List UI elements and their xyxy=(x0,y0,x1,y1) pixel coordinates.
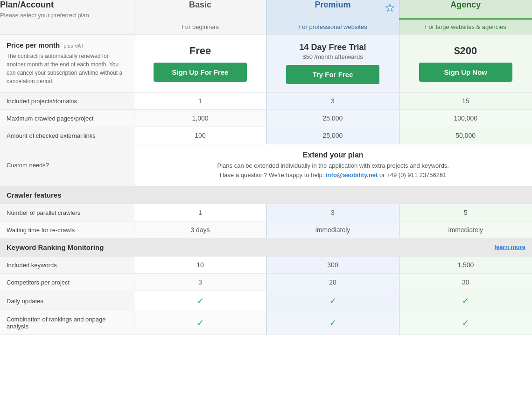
custom-needs-label: Custom needs? xyxy=(0,144,134,186)
table-row: Competitors per project 3 20 30 xyxy=(0,274,532,291)
feature-label: Number of parallel crawlers xyxy=(0,204,134,221)
feature-label: Included projects/domains xyxy=(0,93,134,110)
extend-desc1: Plans can be extended individually in th… xyxy=(139,161,528,171)
premium-price-cell: 14 Day Free Trial $50 /month afterwards … xyxy=(266,35,399,93)
feature-label: Waiting time for re-crawls xyxy=(0,221,134,239)
agency-header: Agency xyxy=(399,0,532,19)
basic-value: 100 xyxy=(134,127,266,144)
basic-price-cell: Free Sign Up For Free xyxy=(134,35,266,93)
agency-value: 100,000 xyxy=(399,110,532,127)
signup-basic-button[interactable]: Sign Up For Free xyxy=(154,63,247,82)
plus-vat: plus VAT xyxy=(63,43,84,49)
agency-checkmark: ✓ xyxy=(399,311,532,335)
feature-label: Combination of rankings and onpage analy… xyxy=(0,311,134,335)
checkmark-icon: ✓ xyxy=(197,318,204,327)
premium-trial-sub: $50 /month afterwards xyxy=(272,53,394,60)
feature-label: Amount of checked external links xyxy=(0,127,134,144)
table-row: Maximum crawled pages/project 1,000 25,0… xyxy=(0,110,532,127)
signup-premium-button[interactable]: Try For Free xyxy=(286,65,379,84)
checkmark-icon: ✓ xyxy=(462,296,469,306)
extend-title: Extend your plan xyxy=(139,151,528,159)
feature-label: Competitors per project xyxy=(0,274,134,291)
table-row: Amount of checked external links 100 25,… xyxy=(0,127,532,144)
plan-account-title: Plan/Account xyxy=(0,0,134,10)
premium-trial-title: 14 Day Free Trial xyxy=(272,43,394,52)
basic-value: 1,000 xyxy=(134,110,266,127)
extend-desc2: Have a question? We're happy to help: in… xyxy=(139,171,528,180)
agency-price: $200 xyxy=(404,45,528,57)
feature-label: Maximum crawled pages/project xyxy=(0,110,134,127)
table-row: Included projects/domains 1 3 15 xyxy=(0,93,532,110)
table-row: Number of parallel crawlers 1 3 5 xyxy=(0,204,532,221)
subheader-feature xyxy=(0,19,134,35)
agency-desc: For large websites & agencies xyxy=(399,19,532,35)
premium-value: 3 xyxy=(266,93,399,110)
premium-value: 20 xyxy=(266,274,399,291)
premium-value: 3 xyxy=(266,204,399,221)
checkmark-icon: ✓ xyxy=(462,318,469,327)
checkmark-icon: ✓ xyxy=(197,296,204,306)
premium-star-badge: ★ xyxy=(385,3,395,13)
agency-value: 5 xyxy=(399,204,532,221)
checkmark-icon: ✓ xyxy=(329,296,336,306)
crawler-section-title: Crawler features xyxy=(0,186,532,204)
premium-value: immediately xyxy=(266,221,399,239)
premium-checkmark: ✓ xyxy=(266,291,399,311)
basic-price: Free xyxy=(139,45,262,57)
keyword-section-title: Keyword Ranking Monitoring learn more xyxy=(0,239,532,256)
extend-email-link[interactable]: info@seobility.net xyxy=(326,171,378,178)
table-row: Included keywords 10 300 1,500 xyxy=(0,256,532,274)
basic-value: 1 xyxy=(134,204,266,221)
feature-header-cell: Plan/Account Please select your preferre… xyxy=(0,0,134,19)
signup-agency-button[interactable]: Sign Up Now xyxy=(419,63,512,82)
price-row: Price per month plus VAT The contract is… xyxy=(0,35,532,93)
table-row: Daily updates ✓ ✓ ✓ xyxy=(0,291,532,311)
premium-value: 25,000 xyxy=(266,110,399,127)
basic-checkmark: ✓ xyxy=(134,311,266,335)
feature-label: Included keywords xyxy=(0,256,134,274)
agency-value: 15 xyxy=(399,93,532,110)
crawler-section-header: Crawler features xyxy=(0,186,532,204)
premium-value: 25,000 xyxy=(266,127,399,144)
premium-header: ★ Premium xyxy=(266,0,399,19)
premium-value: 300 xyxy=(266,256,399,274)
agency-checkmark: ✓ xyxy=(399,291,532,311)
basic-header: Basic xyxy=(134,0,266,19)
agency-value: immediately xyxy=(399,221,532,239)
feature-label: Daily updates xyxy=(0,291,134,311)
basic-value: 3 xyxy=(134,274,266,291)
header-row: Plan/Account Please select your preferre… xyxy=(0,0,532,19)
extend-row: Custom needs? Extend your plan Plans can… xyxy=(0,144,532,186)
premium-desc: For professional websites xyxy=(266,19,399,35)
premium-checkmark: ✓ xyxy=(266,311,399,335)
learn-more-link[interactable]: learn more xyxy=(495,243,525,250)
basic-value: 10 xyxy=(134,256,266,274)
agency-value: 30 xyxy=(399,274,532,291)
basic-value: 1 xyxy=(134,93,266,110)
agency-price-cell: $200 Sign Up Now xyxy=(399,35,532,93)
agency-value: 50,000 xyxy=(399,127,532,144)
agency-value: 1,500 xyxy=(399,256,532,274)
table-row: Waiting time for re-crawls 3 days immedi… xyxy=(0,221,532,239)
table-row: Combination of rankings and onpage analy… xyxy=(0,311,532,335)
plan-account-subtitle: Please select your preferred plan xyxy=(0,12,134,19)
price-description: The contract is automatically renewed fo… xyxy=(7,52,127,85)
basic-desc: For beginners xyxy=(134,19,266,35)
price-per-month-title: Price per month plus VAT xyxy=(7,41,127,49)
checkmark-icon: ✓ xyxy=(329,318,336,327)
basic-checkmark: ✓ xyxy=(134,291,266,311)
extend-content: Extend your plan Plans can be extended i… xyxy=(134,144,532,186)
basic-value: 3 days xyxy=(134,221,266,239)
subheader-row: For beginners For professional websites … xyxy=(0,19,532,35)
price-feature-cell: Price per month plus VAT The contract is… xyxy=(0,35,134,93)
keyword-section-header: Keyword Ranking Monitoring learn more xyxy=(0,239,532,256)
